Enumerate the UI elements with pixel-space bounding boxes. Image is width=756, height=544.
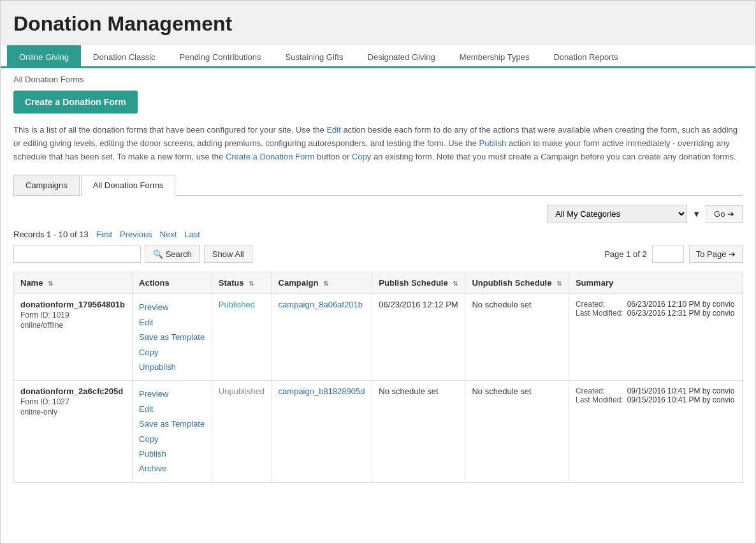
created-label-2: Created: <box>576 386 623 395</box>
form-name-1: donationform_179564801b <box>20 300 126 309</box>
tab-designated-giving[interactable]: Designated Giving <box>356 45 447 68</box>
campaign-link-1[interactable]: campaign_8a06af201b <box>279 300 363 309</box>
records-info: Records 1 - 10 of 13 <box>13 230 89 239</box>
show-all-button[interactable]: Show All <box>204 246 252 263</box>
modified-value-1: 06/23/2016 12:31 PM by convio <box>627 309 736 318</box>
tab-donation-reports[interactable]: Donation Reports <box>541 45 630 68</box>
col-header-status[interactable]: Status ⇅ <box>212 272 272 294</box>
cell-unpublish-schedule-2: No schedule set <box>465 381 569 482</box>
action-archive-2[interactable]: Archive <box>139 461 205 476</box>
records-row: Records 1 - 10 of 13 First Previous Next… <box>13 230 743 239</box>
last-link[interactable]: Last <box>184 230 200 239</box>
sort-icon-status: ⇅ <box>249 280 254 287</box>
created-value-2: 09/15/2016 10:41 PM by convio <box>627 386 736 395</box>
cell-status-1: Published <box>212 294 272 381</box>
cell-summary-1: Created: 06/23/2016 12:10 PM by convio L… <box>569 294 742 381</box>
col-header-name[interactable]: Name ⇅ <box>14 272 133 294</box>
cell-name-2: donationform_2a6cfc205d Form ID: 1027 on… <box>14 381 133 482</box>
to-page-arrow-icon: ➔ <box>729 249 736 259</box>
cell-campaign-2: campaign_b81828905d <box>272 381 372 482</box>
go-button[interactable]: Go ➔ <box>706 205 743 223</box>
tab-donation-classic[interactable]: Donation Classic <box>81 45 168 68</box>
cell-publish-schedule-2: No schedule set <box>372 381 465 482</box>
cell-actions-2: Preview Edit Save as Template Copy Publi… <box>133 381 212 482</box>
page-title: Donation Management <box>13 12 743 36</box>
category-row: All My Categories ▼ Go ➔ <box>13 205 743 223</box>
sub-tab-all-donation-forms[interactable]: All Donation Forms <box>81 175 176 196</box>
info-text: This is a list of all the donation forms… <box>13 124 743 163</box>
form-id-2: Form ID: 1027 <box>20 397 126 406</box>
edit-link[interactable]: Edit <box>326 125 340 135</box>
col-header-publish-schedule[interactable]: Publish Schedule ⇅ <box>372 272 465 294</box>
action-copy-2[interactable]: Copy <box>139 432 205 446</box>
action-unpublish-1[interactable]: Unpublish <box>139 360 205 374</box>
campaign-link-2[interactable]: campaign_b81828905d <box>279 386 365 396</box>
form-id-1: Form ID: 1019 <box>20 311 126 320</box>
col-header-unpublish-schedule[interactable]: Unpublish Schedule ⇅ <box>465 272 569 294</box>
create-donation-form-button[interactable]: Create a Donation Form <box>13 91 138 114</box>
created-value-1: 06/23/2016 12:10 PM by convio <box>627 300 736 309</box>
search-icon: 🔍 <box>153 249 163 259</box>
first-link[interactable]: First <box>96 230 112 239</box>
action-edit-1[interactable]: Edit <box>139 315 205 330</box>
cell-publish-schedule-1: 06/23/2016 12:12 PM <box>372 294 465 381</box>
cell-campaign-1: campaign_8a06af201b <box>272 294 372 381</box>
action-preview-1[interactable]: Preview <box>139 300 205 314</box>
cell-summary-2: Created: 09/15/2016 10:41 PM by convio L… <box>569 381 742 482</box>
col-header-actions: Actions <box>133 272 212 294</box>
table-row: donationform_179564801b Form ID: 1019 on… <box>14 294 743 381</box>
previous-link[interactable]: Previous <box>120 230 152 239</box>
next-link[interactable]: Next <box>160 230 177 239</box>
search-button[interactable]: 🔍 Search <box>145 246 200 263</box>
tab-sustaining-gifts[interactable]: Sustaining Gifts <box>273 45 356 68</box>
action-edit-2[interactable]: Edit <box>139 402 205 416</box>
sub-tab-campaigns[interactable]: Campaigns <box>13 175 80 195</box>
action-publish-2[interactable]: Publish <box>139 446 205 461</box>
created-label-1: Created: <box>576 300 623 309</box>
page-info: Page 1 of 2 To Page ➔ <box>604 246 743 263</box>
publish-link[interactable]: Publish <box>479 138 507 148</box>
sort-icon-publish: ⇅ <box>453 280 458 287</box>
modified-label-1: Last Modified: <box>576 309 623 318</box>
breadcrumb: All Donation Forms <box>13 75 743 84</box>
cell-unpublish-schedule-1: No schedule set <box>465 294 569 381</box>
form-mode-1: online/offline <box>20 321 126 330</box>
create-link[interactable]: Create a Donation Form <box>226 152 314 161</box>
sub-tabs: Campaigns All Donation Forms <box>13 175 743 196</box>
form-mode-2: online-only <box>20 408 126 416</box>
cell-actions-1: Preview Edit Save as Template Copy Unpub… <box>133 294 212 381</box>
action-save-template-2[interactable]: Save as Template <box>139 416 205 431</box>
search-input[interactable] <box>13 246 141 263</box>
main-tabs: Online Giving Donation Classic Pending C… <box>1 45 755 68</box>
copy-link[interactable]: Copy <box>352 152 371 161</box>
action-preview-2[interactable]: Preview <box>139 386 205 401</box>
sort-icon-unpublish: ⇅ <box>556 280 562 287</box>
tab-online-giving[interactable]: Online Giving <box>7 45 81 68</box>
action-copy-1[interactable]: Copy <box>139 345 205 360</box>
donation-forms-table: Name ⇅ Actions Status ⇅ Campaign ⇅ <box>13 272 743 482</box>
modified-label-2: Last Modified: <box>576 395 623 404</box>
tab-pending-contributions[interactable]: Pending Contributions <box>168 45 273 68</box>
search-row: 🔍 Search Show All Page 1 of 2 To Page ➔ <box>13 246 743 263</box>
sort-icon-name: ⇅ <box>48 280 53 287</box>
col-header-summary: Summary <box>569 272 742 294</box>
tab-membership-types[interactable]: Membership Types <box>447 45 542 68</box>
to-page-button[interactable]: To Page ➔ <box>689 246 743 263</box>
cell-name-1: donationform_179564801b Form ID: 1019 on… <box>14 294 133 381</box>
status-value-1: Published <box>219 300 255 309</box>
col-header-campaign[interactable]: Campaign ⇅ <box>272 272 372 294</box>
status-value-2: Unpublished <box>219 386 265 396</box>
action-save-template-1[interactable]: Save as Template <box>139 330 205 344</box>
go-arrow-icon: ➔ <box>727 209 734 219</box>
form-name-2: donationform_2a6cfc205d <box>20 386 126 396</box>
table-row: donationform_2a6cfc205d Form ID: 1027 on… <box>14 381 743 482</box>
page-number-input[interactable] <box>652 246 684 263</box>
sort-icon-campaign: ⇅ <box>323 280 328 287</box>
cell-status-2: Unpublished <box>212 381 272 482</box>
modified-value-2: 09/15/2016 10:41 PM by convio <box>627 395 736 404</box>
category-select[interactable]: All My Categories <box>547 205 687 223</box>
